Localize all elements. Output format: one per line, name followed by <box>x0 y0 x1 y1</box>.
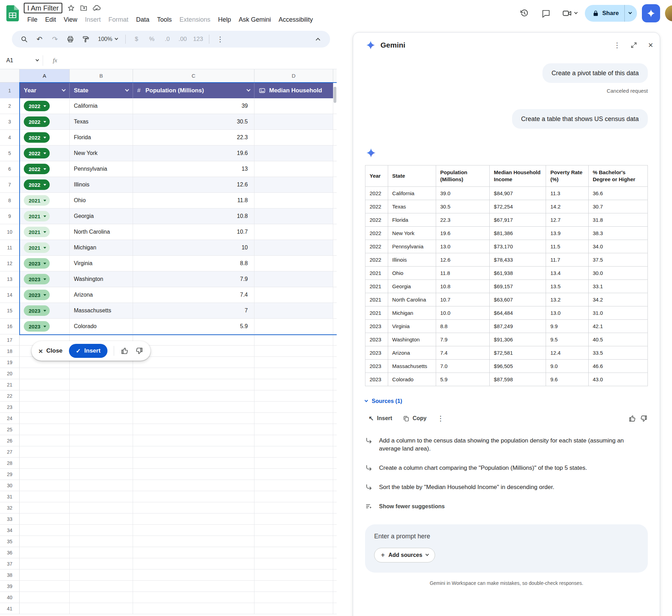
cell-A5[interactable]: 2022 <box>20 146 70 161</box>
cell-D12[interactable] <box>254 256 333 271</box>
menu-format[interactable]: Format <box>105 15 132 24</box>
cell-A7[interactable]: 2022 <box>20 177 70 192</box>
cell-C28[interactable] <box>133 458 254 468</box>
cell-C35[interactable] <box>133 536 254 547</box>
row-header-26[interactable]: 26 <box>0 435 20 446</box>
suggestion-item[interactable]: Add a column to the census data showing … <box>365 437 638 453</box>
thumbs-up-icon[interactable] <box>120 347 129 355</box>
cell-B14[interactable]: Arizona <box>70 287 133 303</box>
cell-A14[interactable]: 2023 <box>20 287 70 303</box>
cell-C30[interactable] <box>133 480 254 491</box>
cell-C39[interactable] <box>133 581 254 592</box>
cell-D2[interactable] <box>254 98 333 114</box>
cell-C36[interactable] <box>133 547 254 558</box>
paint-format-icon[interactable] <box>78 32 93 46</box>
cell-B22[interactable] <box>70 390 133 401</box>
row-header-31[interactable]: 31 <box>0 491 20 502</box>
row-header-25[interactable]: 25 <box>0 424 20 435</box>
year-chip[interactable]: 2021 <box>24 211 50 221</box>
cell-A24[interactable] <box>20 413 70 424</box>
cell-A33[interactable] <box>20 514 70 524</box>
column-header-d[interactable]: D <box>254 69 333 82</box>
cell-A39[interactable] <box>20 581 70 592</box>
move-folder-icon[interactable] <box>80 4 88 12</box>
cell-C18[interactable] <box>133 346 254 356</box>
year-chip[interactable]: 2023 <box>24 290 50 300</box>
year-chip[interactable]: 2021 <box>24 227 50 237</box>
cell-D9[interactable] <box>254 208 333 224</box>
cell-B27[interactable] <box>70 446 133 457</box>
cell-B3[interactable]: Texas <box>70 114 133 129</box>
cell-D25[interactable] <box>254 424 333 435</box>
redo-icon[interactable]: ↷ <box>48 32 62 46</box>
cell-C2[interactable]: 39 <box>133 98 254 114</box>
cell-A29[interactable] <box>20 469 70 480</box>
insert-response-button[interactable]: ↖ Insert <box>365 412 396 424</box>
cell-C20[interactable] <box>133 368 254 379</box>
cell-A23[interactable] <box>20 402 70 412</box>
row-header-9[interactable]: 9 <box>0 208 20 224</box>
cell-B24[interactable] <box>70 413 133 424</box>
cell-A6[interactable]: 2022 <box>20 161 70 177</box>
row-header-23[interactable]: 23 <box>0 402 20 412</box>
cell-D36[interactable] <box>254 547 333 558</box>
cell-A12[interactable]: 2023 <box>20 256 70 271</box>
sources-toggle[interactable]: Sources (1) <box>365 398 648 404</box>
cell-C22[interactable] <box>133 390 254 401</box>
response-menu-icon[interactable]: ⋮ <box>434 411 448 425</box>
cell-B38[interactable] <box>70 569 133 580</box>
cell-A13[interactable]: 2023 <box>20 271 70 287</box>
row-header-37[interactable]: 37 <box>0 558 20 569</box>
cell-C9[interactable]: 10.8 <box>133 208 254 224</box>
panel-resize-icon[interactable] <box>627 38 641 52</box>
column-header-c[interactable]: C <box>133 69 254 82</box>
cell-D24[interactable] <box>254 413 333 424</box>
row-header-2[interactable]: 2 <box>0 98 20 114</box>
menu-data[interactable]: Data <box>133 15 153 24</box>
cell-B2[interactable]: California <box>70 98 133 114</box>
cell-D5[interactable] <box>254 146 333 161</box>
cell-C32[interactable] <box>133 502 254 513</box>
row-header-15[interactable]: 15 <box>0 303 20 318</box>
cell-D8[interactable] <box>254 193 333 208</box>
row-header-28[interactable]: 28 <box>0 458 20 468</box>
cell-B13[interactable]: Washington <box>70 271 133 287</box>
cell-B33[interactable] <box>70 514 133 524</box>
cell-B39[interactable] <box>70 581 133 592</box>
row-header-22[interactable]: 22 <box>0 390 20 401</box>
cell-B11[interactable]: Michigan <box>70 240 133 255</box>
row-header-13[interactable]: 13 <box>0 271 20 287</box>
cell-B31[interactable] <box>70 491 133 502</box>
cell-B29[interactable] <box>70 469 133 480</box>
year-chip[interactable]: 2021 <box>24 242 50 253</box>
cell-B28[interactable] <box>70 458 133 468</box>
cell-D35[interactable] <box>254 536 333 547</box>
cell-A4[interactable]: 2022 <box>20 130 70 145</box>
row-header-12[interactable]: 12 <box>0 256 20 271</box>
cell-C11[interactable]: 10 <box>133 240 254 255</box>
document-title[interactable]: I Am Filter <box>24 3 62 13</box>
cell-C15[interactable]: 7 <box>133 303 254 318</box>
cell-D29[interactable] <box>254 469 333 480</box>
thumbs-down-icon[interactable] <box>135 347 144 355</box>
cell-B32[interactable] <box>70 502 133 513</box>
sheets-logo-icon[interactable] <box>6 5 19 21</box>
cell-C31[interactable] <box>133 491 254 502</box>
cell-B40[interactable] <box>70 592 133 603</box>
decrease-decimal-button[interactable]: .0 <box>160 32 175 46</box>
filter-chevron-icon[interactable] <box>246 87 250 91</box>
cell-C25[interactable] <box>133 424 254 435</box>
cell-C19[interactable] <box>133 357 254 368</box>
cell-D16[interactable] <box>254 319 333 334</box>
row-header-29[interactable]: 29 <box>0 469 20 480</box>
year-chip[interactable]: 2023 <box>24 258 50 269</box>
cell-B10[interactable]: North Carolina <box>70 224 133 240</box>
cell-D13[interactable] <box>254 271 333 287</box>
row-header-36[interactable]: 36 <box>0 547 20 558</box>
more-options-icon[interactable]: ⋮ <box>213 32 227 46</box>
cell-C7[interactable]: 12.6 <box>133 177 254 192</box>
cell-A38[interactable] <box>20 569 70 580</box>
cell-C21[interactable] <box>133 379 254 390</box>
format-percent-button[interactable]: % <box>145 32 159 46</box>
cell-D15[interactable] <box>254 303 333 318</box>
